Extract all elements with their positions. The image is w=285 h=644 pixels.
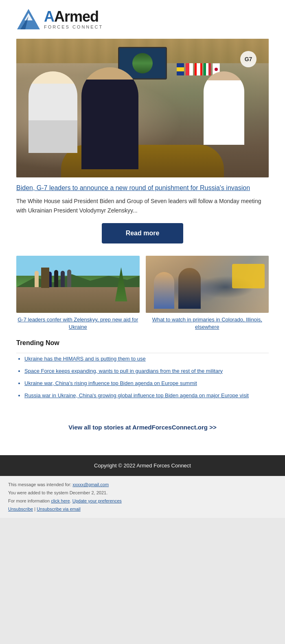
- machine-shape: [232, 264, 265, 288]
- two-col-section: G-7 leaders confer with Zelenskyy, prep …: [16, 256, 269, 331]
- canada-flag: [195, 63, 202, 75]
- logo-icon: [16, 8, 41, 31]
- trending-item-4: Russia war in Ukraine, China's growing g…: [24, 392, 269, 399]
- trending-item-1: Ukraine has the HIMARS and is putting th…: [24, 355, 269, 363]
- copyright-text: Copyright © 2022 Armed Forces Connect: [94, 463, 191, 469]
- hero-excerpt: The White House said President Biden and…: [16, 197, 269, 215]
- divider: [16, 353, 269, 353]
- footer-meta-line3: For more information click here. Update …: [8, 497, 277, 505]
- trending-link-3[interactable]: Ukraine war, China's rising influence to…: [24, 380, 197, 386]
- person-6: [67, 270, 71, 287]
- view-all-section: View all top stories at ArmedForcesConne…: [16, 412, 269, 447]
- view-all-link[interactable]: View all top stories at ArmedForcesConne…: [68, 424, 216, 431]
- trending-item-3: Ukraine war, China's rising influence to…: [24, 380, 269, 387]
- person-silhouette-right: [204, 71, 244, 145]
- person-1: [35, 271, 39, 287]
- ukraine-flag: [177, 63, 184, 75]
- col-headline-2[interactable]: What to watch in primaries in Colorado, …: [146, 316, 269, 331]
- person-5: [61, 271, 65, 287]
- screen-face: [132, 53, 153, 73]
- trending-link-2[interactable]: Space Force keeps expanding, wants to pu…: [24, 368, 223, 374]
- email-wrapper: AArmed FORCES CONNECT: [0, 0, 285, 518]
- person-silhouette-center: [81, 67, 138, 169]
- trending-section: Trending Now Ukraine has the HIMARS and …: [16, 339, 269, 400]
- worker-person-2: [178, 268, 201, 309]
- hero-headline-link[interactable]: Biden, G-7 leaders to announce a new rou…: [16, 184, 269, 193]
- trending-title: Trending Now: [16, 339, 269, 347]
- logo-a-letter: A: [44, 8, 54, 25]
- g7-outdoor-image: [16, 256, 140, 313]
- person-silhouette-left: [28, 71, 77, 153]
- flag-2: [186, 63, 193, 75]
- col-image-1: [16, 256, 140, 313]
- logo-armed: AArmed: [44, 9, 103, 24]
- footer-unsubscribe-email-link[interactable]: Unsubscribe via email: [37, 507, 81, 511]
- footer-meta-line2: You were added to the system December 2,…: [8, 489, 277, 497]
- footer-meta-line4: Unsubscribe | Unsubscribe via email: [8, 505, 277, 513]
- header: AArmed FORCES CONNECT: [0, 0, 285, 35]
- trending-link-1[interactable]: Ukraine has the HIMARS and is putting th…: [24, 356, 146, 362]
- col-item-1: G-7 leaders confer with Zelenskyy, prep …: [16, 256, 140, 331]
- main-content: G7 Biden, G-7 leaders to announce a new …: [0, 35, 285, 455]
- trending-item-2: Space Force keeps expanding, wants to pu…: [24, 367, 269, 375]
- people-group: [35, 269, 71, 287]
- read-more-button[interactable]: Read more: [102, 223, 183, 243]
- flags-area: [177, 63, 220, 75]
- hero-image: G7: [16, 39, 269, 177]
- col-headline-1[interactable]: G-7 leaders confer with Zelenskyy, prep …: [16, 316, 140, 331]
- col-image-2: [146, 256, 269, 313]
- trending-list: Ukraine has the HIMARS and is putting th…: [16, 355, 269, 400]
- italy-flag: [204, 63, 211, 75]
- logo-text: AArmed FORCES CONNECT: [44, 9, 103, 29]
- person-4: [54, 270, 58, 287]
- footer-click-here-link[interactable]: click here: [51, 498, 70, 503]
- footer-unsubscribe-link[interactable]: Unsubscribe: [8, 507, 33, 511]
- g7-logo: G7: [240, 51, 256, 67]
- footer-email-link[interactable]: xxxxx@gmail.com: [72, 482, 109, 487]
- hero-image-inner: G7: [16, 39, 269, 177]
- footer-meta: This message was intended for: xxxxx@gma…: [0, 476, 285, 518]
- col-item-2: What to watch in primaries in Colorado, …: [146, 256, 269, 331]
- logo-container: AArmed FORCES CONNECT: [16, 8, 269, 31]
- trending-link-4[interactable]: Russia war in Ukraine, China's growing g…: [24, 392, 249, 398]
- footer-meta-line1: This message was intended for: xxxxx@gma…: [8, 481, 277, 489]
- workers-image: [146, 256, 269, 313]
- podium: [41, 268, 49, 288]
- footer-bar: Copyright © 2022 Armed Forces Connect: [0, 455, 285, 476]
- footer-update-prefs-link[interactable]: Update your preferences: [72, 498, 122, 503]
- logo-armed-text: Armed: [54, 8, 99, 25]
- logo-subtitle: FORCES CONNECT: [44, 25, 103, 29]
- worker-person-1: [154, 272, 174, 309]
